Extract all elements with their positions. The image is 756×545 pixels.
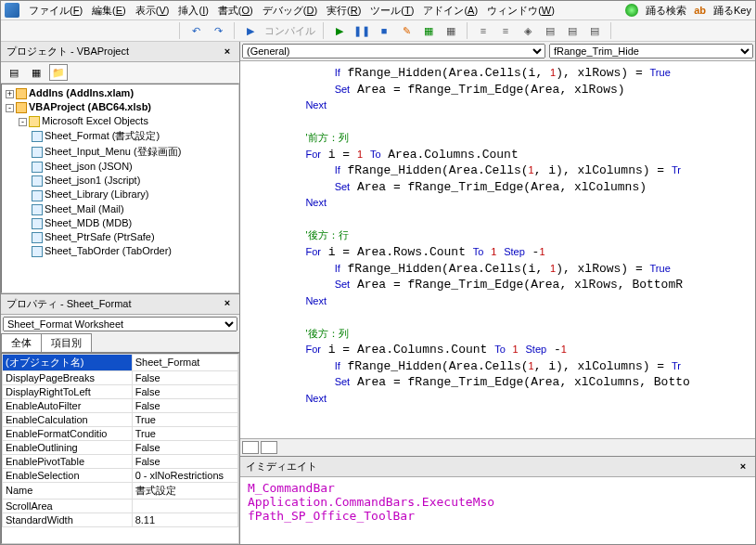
immediate-close-button[interactable]: × xyxy=(737,461,750,474)
run-button[interactable]: ▶ xyxy=(331,22,348,39)
menu-addon-search[interactable]: 踊る検索 xyxy=(646,4,686,18)
tree-item[interactable]: Sheet_json1 (Jscript) xyxy=(32,174,237,188)
app-icon xyxy=(5,3,19,18)
tree-item[interactable]: Sheet_Format (書式設定) xyxy=(32,128,237,144)
tree-item[interactable]: -VBAProject (ABC64.xlsb) xyxy=(6,100,237,114)
menu-d[interactable]: デバッグ(D) xyxy=(263,5,317,16)
code-editor[interactable]: If fRange_Hidden(Area.Cells(i, 1), xlRow… xyxy=(240,61,755,438)
properties-close-button[interactable]: × xyxy=(221,297,234,310)
property-row[interactable]: ScrollArea xyxy=(3,499,238,513)
immediate-title: イミディエイト xyxy=(246,460,317,474)
tree-item[interactable]: +AddIns (AddIns.xlam) xyxy=(6,86,237,100)
tree-item[interactable]: -Microsoft Excel Objects xyxy=(19,114,237,128)
immediate-content[interactable]: M_CommandBar Application.CommandBars.Exe… xyxy=(240,477,755,544)
menu-f[interactable]: ファイル(F) xyxy=(29,5,83,16)
tree-item[interactable]: Sheet_json (JSON) xyxy=(32,160,237,174)
project-close-button[interactable]: × xyxy=(221,45,234,58)
bookmark-button[interactable]: ◈ xyxy=(519,22,536,39)
tree-item[interactable]: Sheet_TabOrder (TabOrder) xyxy=(32,244,237,258)
outdent-button[interactable]: ≡ xyxy=(497,22,514,39)
property-row[interactable]: EnableCalculationTrue xyxy=(3,412,238,426)
tree-item[interactable]: Sheet_PtrSafe (PtrSafe) xyxy=(32,230,237,244)
property-row[interactable]: EnableOutliningFalse xyxy=(3,440,238,454)
tab-categorized[interactable]: 項目別 xyxy=(41,333,92,352)
indent-button[interactable]: ≡ xyxy=(475,22,492,39)
property-row[interactable]: EnablePivotTableFalse xyxy=(3,454,238,468)
property-row[interactable]: DisplayPageBreaksFalse xyxy=(3,370,238,384)
menu-o[interactable]: 書式(O) xyxy=(218,5,253,16)
view-code-button[interactable]: ▤ xyxy=(5,64,23,81)
stop-button[interactable]: ■ xyxy=(376,22,392,39)
list-button[interactable]: ▤ xyxy=(542,22,558,39)
tab-all[interactable]: 全体 xyxy=(1,333,42,352)
properties-title: プロパティ - Sheet_Format xyxy=(6,297,131,311)
toggle-folders-button[interactable]: 📁 xyxy=(49,64,68,81)
toolbar: ↶ ↷ ▶ コンパイル ▶ ❚❚ ■ ✎ ▦ ▦ ≡ ≡ ◈ ▤ ▤ ▤ xyxy=(1,20,755,42)
menu-e[interactable]: 編集(E) xyxy=(92,5,126,16)
menu-bar: ファイル(F)編集(E)表示(V)挿入(I)書式(O)デバッグ(D)実行(R)ツ… xyxy=(1,1,755,20)
uncomment-button[interactable]: ▤ xyxy=(586,22,603,39)
tree-item[interactable]: Sheet_Library (Library) xyxy=(32,188,237,201)
pause-button[interactable]: ❚❚ xyxy=(353,22,370,39)
key-addon-icon: ab xyxy=(694,5,706,16)
property-row[interactable]: (オブジェクト名)Sheet_Format xyxy=(3,354,238,370)
menu-r[interactable]: 実行(R) xyxy=(327,5,361,16)
view-object-button[interactable]: ▦ xyxy=(27,64,45,81)
compile-button[interactable]: コンパイル xyxy=(264,24,315,38)
tree-item[interactable]: Sheet_Input_Menu (登録画面) xyxy=(32,144,237,160)
menu-addon-key[interactable]: 踊るKey xyxy=(713,4,751,18)
property-row[interactable]: EnableSelection0 - xlNoRestrictions xyxy=(3,468,238,482)
object-dropdown[interactable]: (General) xyxy=(242,44,545,58)
immediate-window: イミディエイト × M_CommandBar Application.Comma… xyxy=(240,456,755,544)
properties-pane: プロパティ - Sheet_Format × Sheet_Format Work… xyxy=(1,293,239,545)
property-row[interactable]: EnableFormatConditioTrue xyxy=(3,426,238,440)
property-row[interactable]: DisplayRightToLeftFalse xyxy=(3,384,238,398)
property-row[interactable]: Name書式設定 xyxy=(3,482,238,499)
tool-button-1[interactable]: ▦ xyxy=(442,22,459,39)
project-title: プロジェクト - VBAProject xyxy=(6,45,129,58)
property-row[interactable]: StandardWidth8.11 xyxy=(3,513,238,526)
menu-t[interactable]: ツール(T) xyxy=(370,5,414,16)
project-explorer: プロジェクト - VBAProject × ▤ ▦ 📁 +AddIns (Add… xyxy=(1,42,239,293)
comment-button[interactable]: ▤ xyxy=(564,22,581,39)
search-addon-icon xyxy=(625,4,638,17)
proc-view-button[interactable] xyxy=(242,441,259,454)
menu-a[interactable]: アドイン(A) xyxy=(423,5,478,16)
properties-grid[interactable]: (オブジェクト名)Sheet_FormatDisplayPageBreaksFa… xyxy=(1,353,239,545)
excel-button[interactable]: ▦ xyxy=(420,22,437,39)
menu-w[interactable]: ウィンドウ(W) xyxy=(487,5,555,16)
redo-button[interactable]: ↷ xyxy=(210,22,226,39)
property-row[interactable]: EnableAutoFilterFalse xyxy=(3,398,238,412)
menu-i[interactable]: 挿入(I) xyxy=(178,5,208,16)
tree-item[interactable]: Sheet_MDB (MDB) xyxy=(32,216,237,230)
tree-item[interactable]: Sheet_Mail (Mail) xyxy=(32,202,237,216)
compile-icon: ▶ xyxy=(242,22,259,39)
menu-v[interactable]: 表示(V) xyxy=(135,5,170,16)
undo-button[interactable]: ↶ xyxy=(187,22,204,39)
breakpoint-button[interactable]: ✎ xyxy=(398,22,415,39)
project-tree[interactable]: +AddIns (AddIns.xlam)-VBAProject (ABC64.… xyxy=(1,84,239,293)
procedure-dropdown[interactable]: fRange_Trim_Hide xyxy=(549,44,753,58)
full-view-button[interactable] xyxy=(261,441,277,454)
object-selector[interactable]: Sheet_Format Worksheet xyxy=(3,317,237,331)
